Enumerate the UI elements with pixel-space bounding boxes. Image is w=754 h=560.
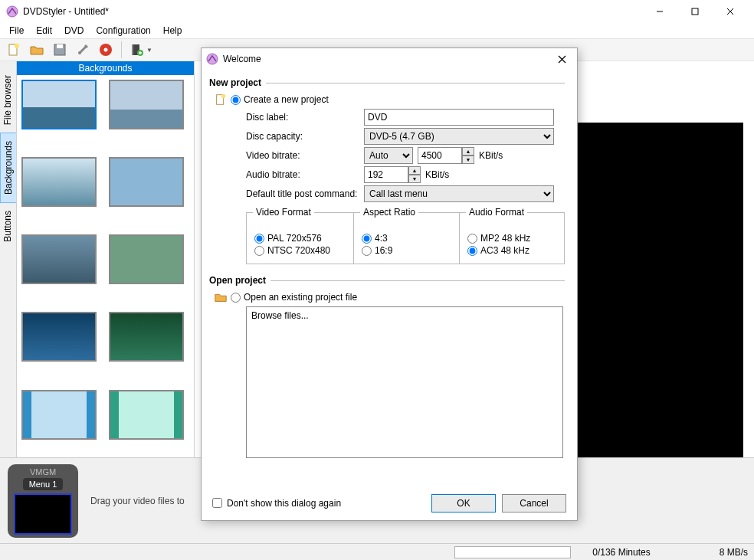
video-bitrate-label: Video bitrate: (246, 150, 364, 161)
cancel-button[interactable]: Cancel (502, 494, 566, 513)
dialog-title: Welcome (223, 54, 551, 64)
disc-label-label: Disc label: (246, 112, 364, 123)
video-bitrate-input[interactable] (418, 147, 462, 164)
default-cmd-label: Default title post command: (246, 188, 364, 199)
open-project-icon (214, 290, 231, 304)
default-cmd-select[interactable]: Call last menu (364, 185, 554, 202)
section-open-project: Open project (209, 275, 565, 286)
audio-bitrate-spin[interactable]: ▲▼ (364, 166, 421, 183)
video-bitrate-unit: KBit/s (479, 150, 503, 161)
dialog-body: New project Create a new project Disc la… (202, 70, 577, 485)
browse-files-item[interactable]: Browse files... (251, 310, 558, 321)
disc-capacity-label: Disc capacity: (246, 131, 364, 142)
spin-up-icon[interactable]: ▲ (462, 147, 474, 156)
video-bitrate-mode-select[interactable]: Auto (364, 147, 413, 164)
radio-open-existing[interactable]: Open an existing project file (231, 292, 357, 303)
disc-label-input[interactable] (364, 109, 554, 126)
group-aspect-ratio: Aspect Ratio 4:3 16:9 (353, 212, 459, 264)
audio-bitrate-label: Audio bitrate: (246, 169, 364, 180)
section-new-project: New project (209, 77, 565, 88)
welcome-dialog: Welcome New project Create a new project… (201, 47, 578, 521)
dialog-close-button[interactable] (551, 50, 572, 68)
audio-bitrate-input[interactable] (364, 166, 408, 183)
svg-point-19 (221, 94, 225, 98)
dont-show-checkbox[interactable]: Don't show this dialog again (212, 498, 341, 509)
video-bitrate-spin[interactable]: ▲▼ (418, 147, 474, 164)
recent-files-list[interactable]: Browse files... (246, 306, 563, 458)
dialog-footer: Don't show this dialog again OK Cancel (202, 485, 577, 520)
disc-capacity-select[interactable]: DVD-5 (4.7 GB) (364, 128, 554, 145)
dialog-app-icon (206, 53, 218, 65)
new-project-icon (214, 93, 231, 106)
spin-down-icon[interactable]: ▼ (462, 156, 474, 164)
radio-ac3[interactable]: AC3 48 kHz (467, 245, 556, 256)
modal-overlay: Welcome New project Create a new project… (0, 0, 754, 560)
radio-create-new[interactable]: Create a new project (231, 94, 329, 105)
dialog-title-bar[interactable]: Welcome (202, 48, 577, 70)
ok-button[interactable]: OK (431, 494, 496, 513)
radio-ntsc[interactable]: NTSC 720x480 (254, 245, 346, 256)
group-audio-format: Audio Format MP2 48 kHz AC3 48 kHz (459, 212, 565, 264)
spin-up-icon[interactable]: ▲ (408, 166, 421, 175)
audio-bitrate-unit: KBit/s (425, 169, 449, 180)
group-video-format: Video Format PAL 720x576 NTSC 720x480 (246, 212, 353, 264)
close-icon (558, 55, 566, 64)
radio-mp2[interactable]: MP2 48 kHz (467, 233, 556, 244)
radio-pal[interactable]: PAL 720x576 (254, 233, 346, 244)
radio-4-3[interactable]: 4:3 (362, 233, 451, 244)
spin-down-icon[interactable]: ▼ (408, 175, 421, 183)
radio-16-9[interactable]: 16:9 (362, 245, 451, 256)
